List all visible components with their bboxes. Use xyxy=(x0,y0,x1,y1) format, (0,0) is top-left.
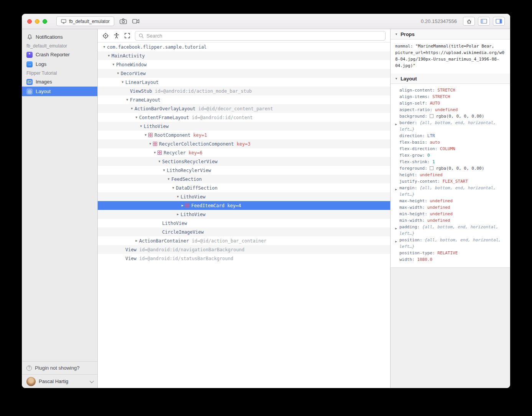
screen-record-button[interactable] xyxy=(132,19,140,24)
layout-prop-flex-direction[interactable]: flex-direction: COLUMN xyxy=(395,146,506,152)
layout-prop-justify-content[interactable]: justify-content: FLEX_START xyxy=(395,178,506,185)
user-menu[interactable]: Pascal Hartig xyxy=(22,374,97,388)
tree-node-recycler[interactable]: ▼Recycler key=6 xyxy=(98,148,390,157)
collapse-arrow-icon[interactable]: ▼ xyxy=(134,116,139,119)
layout-prop-min-width[interactable]: min-width: undefined xyxy=(395,217,506,224)
collapse-arrow-icon[interactable]: ▼ xyxy=(148,142,153,146)
layout-prop-max-height[interactable]: max-height: undefined xyxy=(395,198,506,204)
tree-node-contentframelayout[interactable]: ▼ContentFrameLayout id=@android:id/conte… xyxy=(98,113,390,122)
tree-node-lithorecylerview[interactable]: ▼LithoRecylerView xyxy=(98,166,390,175)
collapse-arrow-icon[interactable]: ▼ xyxy=(175,195,181,198)
expand-arrow-icon[interactable]: ▶ xyxy=(180,204,185,207)
tree-node-mainactivity[interactable]: ▼MainActivity xyxy=(98,51,390,60)
sidebar-item-layout[interactable]: ◎ Layout xyxy=(22,87,97,96)
tree-node-recyclercollectioncomponent[interactable]: ▼RecyclerCollectionComponent key=3 xyxy=(98,139,390,148)
layout-prop-aspect-ratio[interactable]: aspect-ratio: undefined xyxy=(395,106,506,113)
collapse-arrow-icon[interactable]: ▼ xyxy=(138,124,144,128)
tree-node-framelayout[interactable]: ▼FrameLayout xyxy=(98,95,390,104)
tree-node-view[interactable]: View id=@android:id/statusBarBackground xyxy=(98,254,390,263)
plugin-help-row[interactable]: ? Plugin not showing? xyxy=(22,361,97,374)
tree-node-attribute: id=@id/action_bar_container xyxy=(189,238,266,244)
layout-prop-align-items[interactable]: align-items: STRETCH xyxy=(395,93,506,100)
layout-prop-width[interactable]: width: 1080.0 xyxy=(395,256,506,263)
tree-node-phonewindow[interactable]: ▼PhoneWindow xyxy=(98,60,390,69)
tree-node-feedsection[interactable]: ▼FeedSection xyxy=(98,175,390,183)
tree-node-actionbaroverlaylayout[interactable]: ▼ActionBarOverlayLayout id=@id/decor_con… xyxy=(98,104,390,113)
tree-node-datadiffsection[interactable]: ▼DataDiffSection xyxy=(98,183,390,192)
tree-node-actionbarcontainer[interactable]: ▶ActionBarContainer id=@id/action_bar_co… xyxy=(98,236,390,245)
window-titlebar[interactable]: fb_default_emulator 0.20.152347556 xyxy=(22,14,510,29)
minimize-button[interactable] xyxy=(35,19,39,24)
expand-view-button[interactable] xyxy=(124,33,130,39)
collapse-arrow-icon[interactable]: ▼ xyxy=(166,177,171,181)
tree-node-rootcomponent[interactable]: ▼RootComponent key=1 xyxy=(98,131,390,139)
sidebar-item-crash-reporter[interactable]: * Crash Reporter xyxy=(22,50,97,59)
sidebar-item-logs[interactable]: → Logs xyxy=(22,59,97,69)
layout-prop-flex-shrink[interactable]: flex-shrink: 1 xyxy=(395,159,506,165)
tree-node-lithoview[interactable]: ▼LithoView xyxy=(98,192,390,201)
props-section-header[interactable]: ▼ Props xyxy=(391,29,510,39)
prop-expand-icon[interactable]: ▶ xyxy=(395,225,397,232)
bug-report-button[interactable] xyxy=(463,17,475,26)
collapse-arrow-icon[interactable]: ▼ xyxy=(115,72,121,75)
layout-prop-border[interactable]: ▶border: {all, bottom, end, horizontal, … xyxy=(395,120,506,133)
tree-node-decorview[interactable]: ▼DecorView xyxy=(98,69,390,78)
layout-prop-padding[interactable]: ▶padding: {all, bottom, end, horizontal,… xyxy=(395,224,506,237)
layout-prop-flex-basis[interactable]: flex-basis: auto xyxy=(395,139,506,146)
prop-expand-icon[interactable]: ▶ xyxy=(395,121,397,128)
accessibility-mode-button[interactable] xyxy=(113,33,120,39)
layout-prop-position[interactable]: ▶position: {all, bottom, end, horizontal… xyxy=(395,237,506,250)
tree-node-circleimageview[interactable]: CircleImageView xyxy=(98,228,390,236)
layout-section-header[interactable]: ▼ Layout xyxy=(391,74,510,84)
target-mode-button[interactable] xyxy=(102,33,109,39)
collapse-arrow-icon[interactable]: ▼ xyxy=(161,169,167,172)
close-button[interactable] xyxy=(27,19,32,24)
layout-prop-margin[interactable]: ▶margin: {all, bottom, end, horizontal, … xyxy=(395,185,506,198)
search-input[interactable] xyxy=(146,33,382,39)
layout-prop-direction[interactable]: direction: LTR xyxy=(395,133,506,139)
layout-prop-flex-grow[interactable]: flex-grow: 0 xyxy=(395,152,506,159)
collapse-arrow-icon[interactable]: ▼ xyxy=(125,98,130,102)
layout-prop-align-content[interactable]: align-content: STRETCH xyxy=(395,87,506,93)
layout-prop-foreground[interactable]: foreground: rgba(0, 0, 0, 0.00) xyxy=(395,165,506,172)
screenshot-button[interactable] xyxy=(120,18,127,24)
tree-node-sectionsrecyclerview[interactable]: ▼SectionsRecyclerView xyxy=(98,157,390,166)
expand-arrow-icon[interactable]: ▶ xyxy=(175,213,181,216)
collapse-arrow-icon[interactable]: ▼ xyxy=(111,63,116,66)
expand-arrow-icon[interactable]: ▶ xyxy=(134,239,139,242)
layout-prop-height[interactable]: height: undefined xyxy=(395,172,506,178)
tree-node-feeditemcard[interactable]: ▶FeedItemCard key=4 xyxy=(98,201,390,210)
layout-prop-min-height[interactable]: min-height: undefined xyxy=(395,211,506,217)
tree-node-view[interactable]: View id=@android:id/navigationBarBackgro… xyxy=(98,245,390,254)
tree-node-com.facebook.flipper.sample.tutorial[interactable]: ▼com.facebook.flipper.sample.tutorial xyxy=(98,43,390,51)
layout-prop-position-type[interactable]: position-type: RELATIVE xyxy=(395,250,506,256)
color-swatch[interactable] xyxy=(430,114,433,118)
collapse-arrow-icon[interactable]: ▼ xyxy=(157,160,162,163)
layout-prop-align-self[interactable]: align-self: AUTO xyxy=(395,100,506,106)
zoom-button[interactable] xyxy=(43,19,47,24)
prop-expand-icon[interactable]: ▶ xyxy=(395,238,397,245)
collapse-arrow-icon[interactable]: ▼ xyxy=(171,186,176,190)
tree-node-lithoview[interactable]: LithoView xyxy=(98,219,390,228)
layout-prop-max-width[interactable]: max-width: undefined xyxy=(395,204,506,211)
device-selector-button[interactable]: fb_default_emulator xyxy=(56,16,114,26)
collapse-arrow-icon[interactable]: ▼ xyxy=(143,133,148,137)
collapse-arrow-icon[interactable]: ▼ xyxy=(120,80,125,84)
tree-node-linearlayout[interactable]: ▼LinearLayout xyxy=(98,78,390,87)
sidebar-item-notifications[interactable]: Notifications xyxy=(22,32,97,42)
layout-toolbar xyxy=(98,29,390,43)
search-box[interactable] xyxy=(135,31,386,41)
color-swatch[interactable] xyxy=(430,166,433,170)
toggle-left-sidebar-button[interactable] xyxy=(478,17,490,26)
collapse-arrow-icon[interactable]: ▼ xyxy=(102,45,107,49)
layout-prop-background[interactable]: background: rgba(0, 0, 0, 0.00) xyxy=(395,113,506,120)
sidebar-item-images[interactable]: Images xyxy=(22,77,97,87)
collapse-arrow-icon[interactable]: ▼ xyxy=(129,107,135,110)
collapse-arrow-icon[interactable]: ▼ xyxy=(106,54,112,57)
tree-node-lithoview[interactable]: ▼LithoView xyxy=(98,122,390,131)
tree-node-viewstub[interactable]: ViewStub id=@android:id/action_mode_bar_… xyxy=(98,87,390,95)
toggle-right-sidebar-button[interactable] xyxy=(493,17,505,26)
prop-expand-icon[interactable]: ▶ xyxy=(395,186,397,193)
tree-node-lithoview[interactable]: ▶LithoView xyxy=(98,210,390,219)
collapse-arrow-icon[interactable]: ▼ xyxy=(152,151,158,154)
